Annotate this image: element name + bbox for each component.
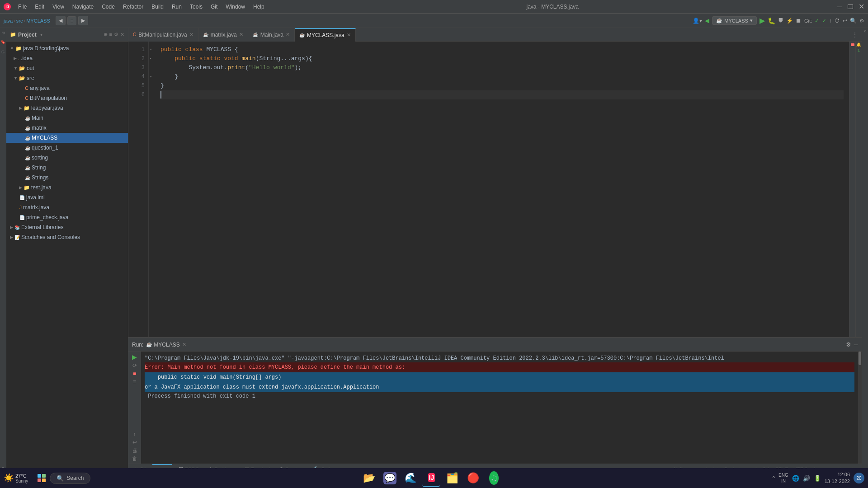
coverage-button[interactable]: ⛊ xyxy=(778,18,783,24)
git-checkmark[interactable]: ✓ xyxy=(815,18,819,24)
notification-icon[interactable]: 🔔 xyxy=(856,42,861,47)
scroll-up-icon[interactable]: ↑ xyxy=(133,431,136,437)
language-indicator[interactable]: ENG IN xyxy=(778,472,788,484)
breadcrumb-myclass[interactable]: MYCLASS xyxy=(26,18,50,23)
breadcrumb-src[interactable]: src xyxy=(16,18,23,23)
profile-run-button[interactable]: ⚡ xyxy=(786,18,793,24)
taskbar-app-edge[interactable]: 🌊 xyxy=(401,469,420,487)
tree-item-scratches[interactable]: ▶ 📝 Scratches and Consoles xyxy=(6,232,128,242)
minimize-panel-icon[interactable]: ─ xyxy=(854,341,858,348)
taskbar-app-chat[interactable]: 💬 xyxy=(381,469,399,487)
system-clock[interactable]: 12:06 13-12-2022 xyxy=(825,471,850,485)
menu-run[interactable]: Run xyxy=(168,2,185,12)
taskbar-app-filemanager[interactable]: 🗂️ xyxy=(443,469,461,487)
print-icon[interactable]: 🖨 xyxy=(132,447,137,454)
fold-4[interactable]: ▾ xyxy=(150,72,152,81)
start-button[interactable] xyxy=(33,470,50,486)
close-button[interactable]: ✕ xyxy=(859,2,864,11)
sidebar-git-icon[interactable]: G xyxy=(1,50,5,54)
settings-button[interactable]: ⚙ xyxy=(859,18,864,24)
tree-item-matrix[interactable]: ☕ matrix xyxy=(6,123,128,133)
menu-build[interactable]: Build xyxy=(148,2,167,12)
fold-2[interactable]: ▾ xyxy=(150,54,152,63)
tree-item-main[interactable]: ☕ Main xyxy=(6,113,128,123)
run-play-icon[interactable]: ▶ xyxy=(132,353,137,361)
tree-item-out[interactable]: ▼ 📂 out xyxy=(6,63,128,73)
run-stop-icon[interactable]: ■ xyxy=(133,371,136,377)
menu-code[interactable]: Code xyxy=(98,2,118,12)
menu-refactor[interactable]: Refactor xyxy=(119,2,147,12)
tree-item-question1[interactable]: ☕ question_1 xyxy=(6,143,128,153)
tree-item-sorting[interactable]: ☕ sorting xyxy=(6,153,128,163)
recent-files-button[interactable]: ≡ xyxy=(67,16,76,25)
menu-edit[interactable]: Edit xyxy=(31,2,48,12)
run-config-tab[interactable]: ☕ MYCLASS ✕ xyxy=(146,342,186,348)
git-push[interactable]: ↑ xyxy=(829,18,832,24)
menu-view[interactable]: View xyxy=(49,2,68,12)
tree-item-primejava[interactable]: 📄 prime_check.java xyxy=(6,212,128,222)
tab-close-icon[interactable]: ✕ xyxy=(347,32,351,38)
collapse-all-button[interactable]: ≡ xyxy=(109,32,112,38)
maximize-button[interactable] xyxy=(848,5,853,9)
forward-button[interactable]: ▶ xyxy=(78,16,88,25)
git-update[interactable]: ✓ xyxy=(822,18,826,24)
tab-more-button[interactable]: ⋮ xyxy=(848,31,862,38)
tab-myclass[interactable]: ☕ MYCLASS.java ✕ xyxy=(295,28,356,42)
panel-settings-button[interactable]: ⚙ xyxy=(114,32,118,38)
code-editor[interactable]: 1 2 3 4 5 6 ▾ ▾ ▾ xyxy=(128,42,849,337)
undo-button[interactable]: ↩ xyxy=(843,18,847,24)
run-button[interactable]: ▶ xyxy=(760,16,765,25)
volume-icon[interactable]: 🔊 xyxy=(803,475,810,482)
stop-button[interactable]: ⏹ xyxy=(796,17,802,24)
minimize-button[interactable]: ─ xyxy=(837,3,842,11)
settings-icon[interactable]: ⚙ xyxy=(846,341,851,348)
menu-navigate[interactable]: Navigate xyxy=(69,2,97,12)
taskbar-app-jetbrains[interactable]: IJ xyxy=(422,469,440,487)
notifications-icon[interactable]: N xyxy=(863,30,867,33)
tab-close-icon[interactable]: ✕ xyxy=(239,32,243,38)
taskbar-app-chrome[interactable]: 🔴 xyxy=(464,469,482,487)
close-panel-button[interactable]: ✕ xyxy=(120,32,124,38)
taskbar-app-spotify[interactable]: ♫ xyxy=(485,469,503,487)
fold-1[interactable]: ▾ xyxy=(150,45,152,54)
tree-item-anyjava[interactable]: C any.java xyxy=(6,83,128,93)
tray-expand-icon[interactable]: ^ xyxy=(772,475,775,481)
tree-item-matrixjava[interactable]: J matrix.java xyxy=(6,202,128,212)
tree-item-testjava[interactable]: ▶ 📁 test.java xyxy=(6,183,128,192)
tree-item-javaiml[interactable]: 📄 java.iml xyxy=(6,192,128,202)
notification-center-button[interactable]: 20 xyxy=(854,473,864,483)
back-nav-button[interactable]: ◀ xyxy=(705,17,709,24)
sidebar-bookmarks-icon[interactable]: 🔖 xyxy=(0,40,5,44)
run-config-selector[interactable]: ☕ MYCLASS ▾ xyxy=(712,16,757,25)
scrollbar-thumb[interactable] xyxy=(859,352,861,365)
menu-window[interactable]: Window xyxy=(222,2,249,12)
tab-close-icon[interactable]: ✕ xyxy=(286,32,290,38)
soft-wrap-icon[interactable]: ↩ xyxy=(132,439,137,446)
battery-icon[interactable]: 🔋 xyxy=(814,475,821,482)
tree-item-leapyear[interactable]: ▶ 📁 leapyear.java xyxy=(6,103,128,113)
tab-matrix[interactable]: ☕ matrix.java ✕ xyxy=(198,28,248,42)
menu-help[interactable]: Help xyxy=(250,2,268,12)
tree-item-bitmanip[interactable]: C BitManipulation xyxy=(6,93,128,103)
run-close-icon[interactable]: ✕ xyxy=(182,342,186,347)
network-icon[interactable]: 🌐 xyxy=(792,475,799,482)
profile-button[interactable]: 👤▾ xyxy=(693,18,702,24)
menu-git[interactable]: Git xyxy=(207,2,221,12)
run-settings-icon[interactable]: ≡ xyxy=(133,379,136,385)
sidebar-project-icon[interactable]: P xyxy=(1,32,5,34)
debug-button[interactable]: 🐛 xyxy=(768,17,775,24)
back-button[interactable]: ◀ xyxy=(56,16,66,25)
panel-dropdown-icon[interactable]: ▾ xyxy=(40,32,42,37)
search-button[interactable]: 🔍 xyxy=(850,18,857,24)
run-restart-icon[interactable]: ⟳ xyxy=(132,362,137,369)
tree-item-java-root[interactable]: ▼ 📁 java D:\coding\java xyxy=(6,43,128,53)
clear-console-icon[interactable]: 🗑 xyxy=(132,455,137,462)
tab-main[interactable]: ☕ Main.java ✕ xyxy=(248,28,295,42)
console-scrollbar[interactable] xyxy=(858,352,862,464)
taskbar-app-explorer[interactable]: 📂 xyxy=(360,469,378,487)
tree-item-external-libs[interactable]: ▶ 📚 External Libraries xyxy=(6,222,128,232)
taskbar-search[interactable]: 🔍 Search xyxy=(50,473,90,484)
breadcrumb-java[interactable]: java xyxy=(4,18,13,23)
tree-item-myclass[interactable]: ☕ MYCLASS xyxy=(6,133,128,143)
code-content[interactable]: public class MYCLASS { public static voi… xyxy=(155,42,849,337)
